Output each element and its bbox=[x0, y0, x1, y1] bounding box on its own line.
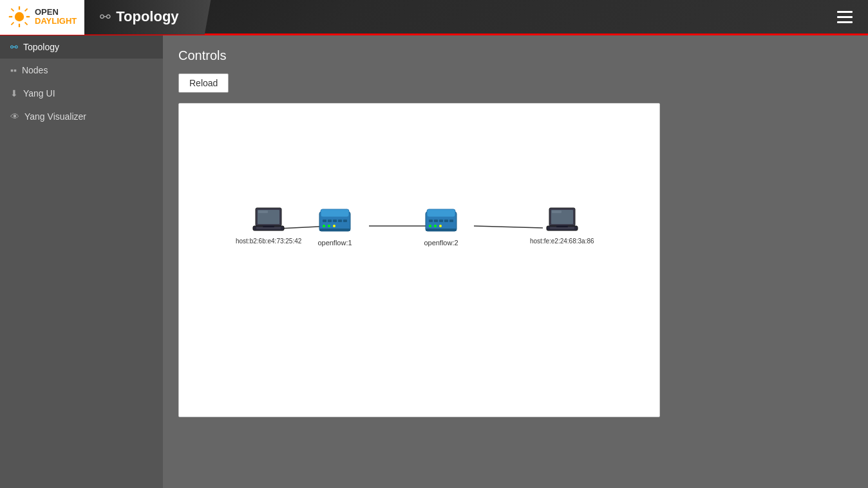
svg-point-38 bbox=[439, 225, 442, 227]
logo-icon bbox=[8, 5, 31, 28]
sidebar-item-yang-ui[interactable]: ⬇ Yang UI bbox=[0, 82, 163, 105]
header-left: OPEN DAYLIGHT ⚯ Topology bbox=[0, 0, 211, 35]
svg-rect-42 bbox=[552, 211, 561, 213]
svg-rect-22 bbox=[333, 220, 337, 222]
controls-title: Controls bbox=[178, 48, 853, 63]
svg-rect-39 bbox=[426, 229, 457, 231]
svg-rect-32 bbox=[434, 220, 438, 222]
svg-point-36 bbox=[429, 225, 431, 227]
logo-text: OPEN DAYLIGHT bbox=[35, 8, 77, 26]
svg-rect-35 bbox=[449, 220, 453, 222]
node-label-host1: host:b2:6b:e4:73:25:42 bbox=[236, 238, 301, 245]
svg-rect-17 bbox=[263, 225, 274, 227]
svg-rect-45 bbox=[556, 225, 568, 227]
sidebar-item-yang-visualizer[interactable]: 👁 Yang Visualizer bbox=[0, 105, 163, 128]
svg-line-6 bbox=[25, 23, 28, 25]
switch-icon-openflow1 bbox=[317, 205, 352, 236]
svg-rect-31 bbox=[429, 220, 433, 222]
svg-rect-33 bbox=[439, 220, 443, 222]
laptop-icon-host1 bbox=[251, 207, 286, 235]
yang-vis-icon: 👁 bbox=[10, 111, 19, 122]
svg-point-26 bbox=[328, 225, 330, 227]
node-openflow1[interactable]: openflow:1 bbox=[317, 205, 352, 247]
node-label-host2: host:fe:e2:24:68:3a:86 bbox=[530, 238, 594, 245]
svg-point-27 bbox=[333, 225, 335, 227]
svg-rect-14 bbox=[258, 211, 268, 213]
sidebar-label-yang-ui: Yang UI bbox=[23, 88, 55, 99]
svg-rect-30 bbox=[427, 209, 455, 217]
svg-rect-24 bbox=[343, 220, 347, 222]
sidebar-label-yang-visualizer: Yang Visualizer bbox=[24, 111, 86, 122]
app-header: OPEN DAYLIGHT ⚯ Topology bbox=[0, 0, 868, 35]
sidebar: ⚯ Topology ▪▪ Nodes ⬇ Yang UI 👁 Yang Vis… bbox=[0, 35, 163, 488]
svg-point-25 bbox=[323, 225, 325, 227]
svg-rect-28 bbox=[319, 229, 350, 231]
topology-header-icon: ⚯ bbox=[100, 9, 111, 24]
connection-lines bbox=[179, 104, 659, 417]
reload-button[interactable]: Reload bbox=[178, 73, 229, 93]
nodes-icon: ▪▪ bbox=[10, 65, 17, 75]
main-content: Controls Reload bbox=[163, 35, 868, 488]
topology-canvas: host:b2:6b:e4:73:25:42 bbox=[178, 103, 660, 417]
header-title: Topology bbox=[116, 8, 178, 25]
sidebar-item-nodes[interactable]: ▪▪ Nodes bbox=[0, 59, 163, 82]
main-layout: ⚯ Topology ▪▪ Nodes ⬇ Yang UI 👁 Yang Vis… bbox=[0, 35, 868, 488]
sidebar-label-nodes: Nodes bbox=[22, 65, 48, 75]
hamburger-line-1 bbox=[837, 11, 853, 13]
logo-daylight: DAYLIGHT bbox=[35, 17, 77, 26]
hamburger-button[interactable] bbox=[832, 6, 858, 28]
svg-rect-21 bbox=[328, 220, 332, 222]
svg-line-8 bbox=[11, 23, 14, 25]
node-label-openflow2: openflow:2 bbox=[424, 239, 458, 247]
sidebar-item-topology[interactable]: ⚯ Topology bbox=[0, 35, 163, 59]
node-host1[interactable]: host:b2:6b:e4:73:25:42 bbox=[236, 207, 301, 245]
hamburger-line-2 bbox=[837, 16, 853, 18]
sidebar-label-topology: Topology bbox=[23, 42, 59, 52]
svg-point-0 bbox=[15, 12, 24, 21]
node-host2[interactable]: host:fe:e2:24:68:3a:86 bbox=[530, 207, 594, 245]
yang-ui-icon: ⬇ bbox=[10, 88, 18, 99]
header-title-area: ⚯ Topology bbox=[84, 0, 211, 35]
laptop-icon-host2 bbox=[545, 207, 580, 235]
switch-icon-openflow2 bbox=[424, 205, 458, 236]
svg-rect-34 bbox=[444, 220, 448, 222]
logo-open: OPEN bbox=[35, 8, 77, 17]
hamburger-line-3 bbox=[837, 21, 853, 23]
logo-area: OPEN DAYLIGHT bbox=[0, 0, 84, 35]
svg-rect-23 bbox=[338, 220, 342, 222]
node-label-openflow1: openflow:1 bbox=[317, 239, 352, 247]
svg-rect-20 bbox=[323, 220, 326, 222]
svg-line-5 bbox=[11, 8, 14, 11]
node-openflow2[interactable]: openflow:2 bbox=[424, 205, 458, 247]
svg-line-7 bbox=[25, 8, 28, 11]
svg-point-37 bbox=[434, 225, 437, 227]
svg-rect-19 bbox=[321, 209, 349, 217]
topology-icon: ⚯ bbox=[10, 42, 18, 52]
